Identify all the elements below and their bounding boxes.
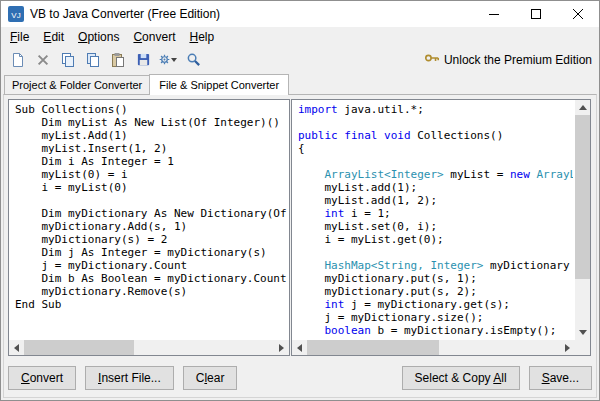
button-row: ConvertInsert File...Clear Select & Copy… (8, 366, 592, 390)
scroll-track[interactable] (24, 340, 274, 355)
code-line: Dim j As Integer = myDictionary(s) (15, 246, 287, 259)
settings-dropdown-caret[interactable] (171, 58, 177, 62)
code-line: myList(0) = i (15, 168, 287, 181)
delete-icon[interactable] (33, 50, 53, 69)
window-controls (473, 1, 599, 27)
java-vertical-scrollbar[interactable] (575, 100, 590, 340)
code-line: Sub Collections() (15, 103, 287, 116)
copy-output-icon[interactable] (83, 50, 103, 69)
clear-button[interactable]: Clear (183, 366, 238, 390)
paste-icon[interactable] (108, 50, 128, 69)
code-line: public final void Collections() (298, 129, 573, 142)
code-line: int j = myDictionary.get(s); (298, 298, 573, 311)
title-bar: VJ VB to Java Converter (Free Edition) (1, 1, 599, 27)
code-line: myList.add(1); (298, 181, 573, 194)
window-title: VB to Java Converter (Free Edition) (30, 7, 473, 21)
tab-strip: Project & Folder ConverterFile & Snippet… (1, 73, 599, 94)
vb-code-pane[interactable]: Sub Collections() Dim myList As New List… (8, 99, 290, 356)
java-code-pane[interactable]: import java.util.*; public final void Co… (291, 99, 591, 356)
select-copy-all-button[interactable]: Select & Copy All (402, 366, 520, 390)
code-line (298, 155, 573, 168)
menu-item-help[interactable]: Help (182, 28, 221, 46)
code-line: myDictionary(s) = 2 (15, 233, 287, 246)
app-icon: VJ (8, 6, 24, 22)
premium-unlock-label: Unlock the Premium Edition (444, 53, 592, 67)
scroll-right-arrow[interactable] (274, 340, 289, 355)
java-horizontal-scrollbar[interactable] (292, 340, 575, 355)
code-line: myList.Insert(1, 2) (15, 142, 287, 155)
scroll-left-arrow[interactable] (9, 340, 24, 355)
code-line: myDictionary.remove(s); (298, 337, 573, 339)
button-group-left: ConvertInsert File...Clear (8, 366, 237, 390)
settings-icon[interactable] (158, 50, 178, 69)
code-line: i = myList.get(0); (298, 233, 573, 246)
code-line: ArrayList<Integer> myList = new ArrayLis… (298, 168, 573, 181)
close-button[interactable] (557, 1, 599, 27)
key-icon (424, 51, 440, 68)
code-line: myList.set(0, i); (298, 220, 573, 233)
code-line (298, 246, 573, 259)
convert-button[interactable]: Convert (8, 366, 76, 390)
menu-item-options[interactable]: Options (71, 28, 126, 46)
code-line (15, 194, 287, 207)
code-line: import java.util.*; (298, 103, 573, 116)
new-file-icon[interactable] (8, 50, 28, 69)
scroll-up-arrow[interactable] (575, 100, 590, 115)
code-line: Dim myDictionary As New Dictionary(Of (15, 207, 287, 220)
vb-horizontal-scrollbar[interactable] (9, 340, 289, 355)
maximize-button[interactable] (515, 1, 557, 27)
scroll-thumb[interactable] (24, 340, 134, 355)
code-line: End Sub (15, 298, 287, 311)
code-line: myDictionary.put(s, 1); (298, 272, 573, 285)
menu-bar: FileEditOptionsConvertHelp (1, 27, 599, 47)
code-line: boolean b = myDictionary.isEmpty(); (298, 324, 573, 337)
vb-code-text[interactable]: Sub Collections() Dim myList As New List… (11, 101, 287, 339)
java-code-text[interactable]: import java.util.*; public final void Co… (294, 101, 573, 339)
scroll-track[interactable] (575, 115, 590, 325)
code-line: i = myList(0) (15, 181, 287, 194)
code-line: myDictionary.put(s, 2); (298, 285, 573, 298)
code-line: j = myDictionary.size(); (298, 311, 573, 324)
scroll-down-arrow[interactable] (575, 325, 590, 340)
copy-icon[interactable] (58, 50, 78, 69)
tab-project-folder-converter[interactable]: Project & Folder Converter (4, 75, 150, 94)
search-icon[interactable] (183, 50, 203, 69)
code-line: myList.add(1, 2); (298, 194, 573, 207)
tab-page: Sub Collections() Dim myList As New List… (3, 94, 597, 398)
code-line: myList.Add(1) (15, 129, 287, 142)
code-line (298, 116, 573, 129)
code-line: myDictionary.Add(s, 1) (15, 220, 287, 233)
code-line: Dim myList As New List(Of Integer)() (15, 116, 287, 129)
button-group-right: Select & Copy AllSave... (402, 366, 592, 390)
scrollbar-corner (575, 340, 590, 355)
svg-text:VJ: VJ (11, 11, 20, 20)
scroll-right-arrow[interactable] (560, 340, 575, 355)
tab-file-snippet-converter[interactable]: File & Snippet Converter (149, 74, 289, 95)
code-line: Dim i As Integer = 1 (15, 155, 287, 168)
scroll-thumb[interactable] (575, 115, 590, 279)
scroll-left-arrow[interactable] (292, 340, 307, 355)
minimize-button[interactable] (473, 1, 515, 27)
menu-item-edit[interactable]: Edit (36, 28, 71, 46)
menu-item-convert[interactable]: Convert (126, 28, 182, 46)
save-button[interactable]: Save... (529, 366, 592, 390)
code-line: { (298, 142, 573, 155)
scroll-thumb[interactable] (307, 340, 439, 355)
code-line: int i = 1; (298, 207, 573, 220)
code-line: HashMap<String, Integer> myDictionary = … (298, 259, 573, 272)
premium-unlock[interactable]: Unlock the Premium Edition (424, 51, 592, 68)
app-window: VJ VB to Java Converter (Free Edition) F… (0, 0, 600, 401)
code-line: j = myDictionary.Count (15, 259, 287, 272)
save-icon[interactable] (133, 50, 153, 69)
insert-file-button[interactable]: Insert File... (85, 366, 174, 390)
scroll-track[interactable] (307, 340, 560, 355)
code-line: Dim b As Boolean = myDictionary.Count (15, 272, 287, 285)
code-line: myDictionary.Remove(s) (15, 285, 287, 298)
menu-item-file[interactable]: File (3, 28, 36, 46)
toolbar: Unlock the Premium Edition (1, 47, 599, 72)
